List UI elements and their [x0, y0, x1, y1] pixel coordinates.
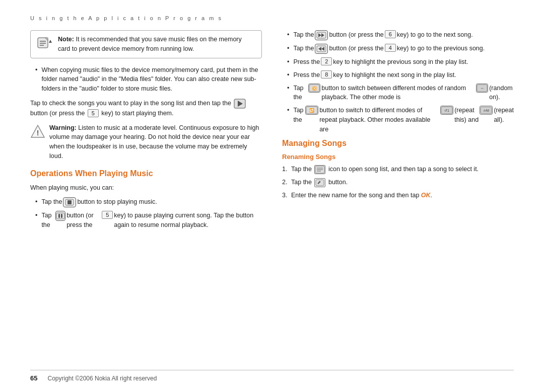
warning-label: Warning: — [49, 124, 77, 131]
svg-rect-13 — [58, 214, 60, 218]
warning-box: ! Warning: Listen to music at a moderate… — [30, 123, 262, 161]
next-button-icon — [315, 30, 328, 40]
svg-text:!: ! — [37, 129, 39, 137]
svg-text:🔀: 🔀 — [312, 86, 317, 91]
section-intro: When playing music, you can: — [30, 183, 262, 193]
step-3: 3. Enter the new name for the song and t… — [282, 191, 514, 200]
pause-text-after: key) to pause playing current song. Tap … — [114, 211, 262, 230]
list-item-stop: Tap the button to stop playing music. — [30, 197, 262, 207]
play-button-icon — [234, 99, 246, 109]
warning-content: Listen to music at a moderate level. Con… — [49, 124, 259, 160]
svg-text:↺All: ↺All — [483, 109, 489, 112]
random-on-icon: ↔ — [476, 84, 488, 93]
info-bullet-list: When copying music files to the device m… — [30, 65, 262, 94]
step-2-text: Tap the button. — [291, 178, 348, 187]
pencil-icon — [314, 178, 325, 187]
pause-button-icon — [55, 211, 65, 221]
repeat-text-before: Tap the — [293, 106, 304, 125]
note-content: It is recommended that you save music fi… — [58, 36, 242, 52]
svg-rect-14 — [61, 214, 62, 218]
stop-button-icon — [63, 197, 76, 207]
subsection-title: Renaming Songs — [282, 153, 514, 161]
key8-text-before: Press the — [293, 70, 320, 80]
random-text-after: button to switch between different modes… — [321, 84, 475, 103]
list-item: When copying music files to the device m… — [30, 65, 262, 94]
next-text-before: Tap the — [293, 30, 314, 40]
prev-text-after: key) to go to the previous song. — [397, 44, 485, 53]
next-text-after: key) to go to the next song. — [397, 30, 473, 40]
pause-text-before: Tap the — [41, 211, 54, 230]
key-5: 5 — [88, 109, 99, 117]
renaming-steps: 1. Tap the icon to open song list, and t… — [282, 165, 514, 200]
page-footer: 65 Copyright ©2006 Nokia All right reser… — [30, 370, 514, 382]
repeat-all-icon: ↺All — [480, 106, 493, 115]
copyright-text: Copyright ©2006 Nokia All right reserved — [47, 375, 157, 382]
key-6: 6 — [385, 30, 396, 38]
svg-text:↔: ↔ — [480, 86, 484, 91]
step-3-num: 3. — [282, 191, 291, 200]
pause-text-middle: button (or press the — [66, 211, 101, 230]
song-list-icon — [314, 165, 325, 174]
key-5-pause: 5 — [102, 211, 113, 219]
svg-rect-11 — [67, 200, 72, 204]
repeat-this-text: (repeat this) and — [454, 106, 479, 125]
tap-instruction: Tap to check the songs you want to play … — [30, 99, 262, 118]
random-text-end: (random on). — [489, 84, 514, 103]
key-4: 4 — [385, 44, 396, 52]
right-column: Tap the button (or press the 6 key) to g… — [282, 30, 514, 361]
page-header: U s i n g t h e A p p l i c a t i o n P … — [30, 15, 514, 21]
ok-link: OK — [421, 192, 431, 199]
list-item-key2: Press the 2 key to highlight the previou… — [282, 57, 514, 67]
step-3-text: Enter the new name for the song and then… — [291, 191, 432, 200]
tap-text-middle: button (or press the — [30, 110, 87, 117]
left-column: Note: It is recommended that you save mu… — [30, 30, 262, 361]
svg-marker-5 — [49, 40, 52, 43]
note-label: Note: — [58, 36, 74, 43]
list-item-key8: Press the 8 key to highlight the next so… — [282, 70, 514, 80]
list-item-pause: Tap the button (or press the 5 key) to p… — [30, 211, 262, 230]
step-1: 1. Tap the icon to open song list, and t… — [282, 165, 514, 174]
svg-text:🔁: 🔁 — [309, 108, 314, 113]
repeat-text-after: button to switch to different modes of r… — [319, 106, 439, 134]
random-mode-icon: 🔀 — [308, 84, 320, 93]
note-box: Note: It is recommended that you save mu… — [30, 30, 262, 58]
step-1-num: 1. — [282, 165, 291, 174]
key-2: 2 — [321, 57, 332, 65]
page: U s i n g t h e A p p l i c a t i o n P … — [0, 0, 544, 392]
prev-text-before: Tap the — [293, 44, 314, 53]
play-bullet-list: Tap the button to stop playing music. Ta… — [30, 197, 262, 230]
key2-text-before: Press the — [293, 57, 320, 67]
svg-rect-12 — [56, 213, 64, 219]
tap-text-after: key) to start playing them. — [101, 110, 173, 117]
list-item-next: Tap the button (or press the 6 key) to g… — [282, 30, 514, 40]
warning-text: Warning: Listen to music at a moderate l… — [49, 123, 262, 161]
list-item-repeat: Tap the 🔁 button to switch to different … — [282, 106, 514, 134]
prev-button-icon — [315, 44, 328, 54]
two-column-layout: Note: It is recommended that you save mu… — [30, 30, 514, 361]
left-section-title: Operations When Playing Music — [30, 169, 262, 178]
warning-icon: ! — [30, 124, 45, 138]
random-text-before: Tap the — [293, 84, 307, 103]
repeat-btn-icon: 🔁 — [305, 106, 318, 115]
right-section-title: Managing Songs — [282, 139, 514, 148]
prev-text-middle: button (or press the — [329, 44, 383, 53]
list-item-prev: Tap the button (or press the 4 key) to g… — [282, 44, 514, 54]
key8-text-after: key to highlight the next song in the pl… — [333, 70, 456, 80]
note-text: Note: It is recommended that you save mu… — [58, 35, 255, 54]
step-2-num: 2. — [282, 178, 291, 187]
page-number: 65 — [30, 374, 37, 382]
next-text-middle: button (or press the — [329, 30, 383, 40]
key2-text-after: key to highlight the previous song in th… — [333, 57, 468, 67]
list-item-random: Tap the 🔀 button to switch between diffe… — [282, 84, 514, 103]
step-2: 2. Tap the button. — [282, 178, 514, 187]
right-bullet-list: Tap the button (or press the 6 key) to g… — [282, 30, 514, 134]
repeat-all-text: (repeat all). — [494, 106, 514, 125]
step-1-text: Tap the icon to open song list, and then… — [291, 165, 479, 174]
key-8: 8 — [321, 70, 332, 79]
svg-text:↺1: ↺1 — [444, 109, 449, 112]
tap-text-before: Tap to check the songs you want to play … — [30, 100, 233, 107]
stop-text-after: button to stop playing music. — [77, 197, 157, 207]
bullet-text: When copying music files to the device m… — [41, 65, 262, 94]
stop-text-before: Tap the — [41, 197, 62, 207]
repeat-this-icon: ↺1 — [440, 106, 453, 115]
